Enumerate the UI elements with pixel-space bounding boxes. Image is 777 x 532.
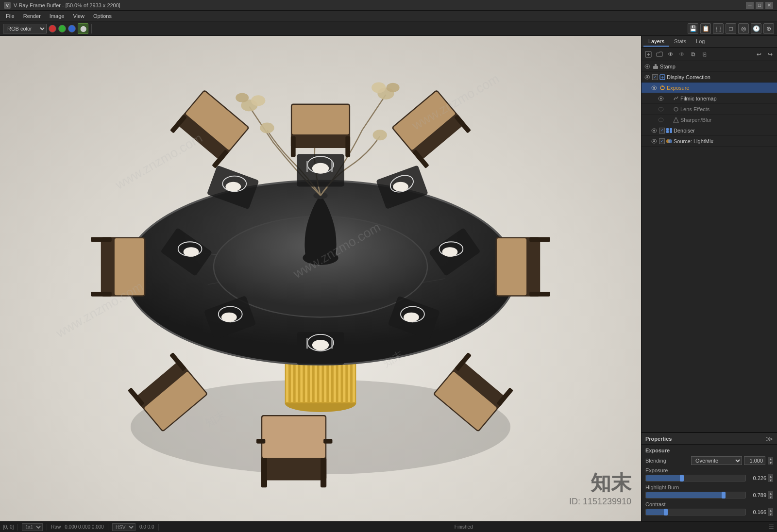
svg-rect-66 [292,105,349,134]
exposure-spin[interactable]: ▲ ▼ [768,474,773,482]
copy-button[interactable]: ⧉ [688,50,698,59]
layer-exposure-label: Exposure [667,85,775,91]
render-button[interactable]: ◎ [738,23,749,34]
layer-lens[interactable]: Lens Effects [642,104,777,115]
highlight-up[interactable]: ▲ [768,491,773,495]
channel-select[interactable]: RGB color Alpha Luminance [3,24,47,33]
properties-content: Exposure Blending Overwrite Add Multiply… [642,445,777,521]
save-annotated-button[interactable]: 📋 [700,23,711,34]
toolbar-separator [91,24,92,33]
layer-vis-sharpen[interactable] [657,116,665,124]
color-mode-select[interactable]: HSV RGB Lab [112,523,135,531]
blending-spinbox[interactable]: ▲ ▼ [768,457,773,465]
layer-vis-stamp[interactable] [643,63,651,70]
denoiser-checkbox[interactable]: ✓ [659,128,665,133]
layer-exposure[interactable]: Exposure [642,83,777,93]
exposure-down[interactable]: ▼ [768,478,773,482]
history-button[interactable]: 🕐 [751,23,761,34]
svg-point-118 [653,87,655,89]
undo-button[interactable]: ↩ [754,50,764,59]
svg-rect-68 [345,136,350,157]
svg-point-129 [653,130,655,132]
layer-vis-filmic[interactable] [657,95,665,102]
title-bar: V V-Ray Frame Buffer - [50.0% of 2933 x … [0,0,777,11]
layer-vis-lens[interactable] [657,105,665,113]
tab-layers[interactable]: Layers [643,37,669,47]
status-menu-icon[interactable]: ☰ [769,524,774,531]
layer-display-correction[interactable]: ✓ Display Correction [642,72,777,83]
layer-stamp[interactable]: Stamp [642,61,777,72]
layer-vis-lightmix[interactable] [650,137,658,145]
add-layer-button[interactable] [643,50,653,59]
denoiser-icon [666,127,673,134]
layer-lightmix[interactable]: ✓ Source: LightMix [642,136,777,147]
highlight-thumb[interactable] [722,492,726,499]
svg-point-53 [312,340,329,350]
folder-button[interactable] [655,50,664,59]
tab-log[interactable]: Log [691,37,709,47]
exposure-label: Exposure [645,467,689,473]
svg-rect-132 [666,131,669,133]
logo-chinese: 知末 [569,469,631,497]
menu-render[interactable]: Render [19,12,45,20]
layer-vis-exposure[interactable] [650,84,658,92]
sample-select[interactable]: 1s1 4s1 [22,523,43,531]
color-picker-button[interactable]: ⬤ [78,23,88,34]
red-channel-button[interactable] [49,25,56,33]
eye-off-button[interactable]: 👁 [677,50,687,59]
contrast-spin[interactable]: ▲ ▼ [768,508,773,516]
status-sep-1 [17,524,18,531]
panel-tabs: Layers Stats Log [642,36,777,48]
highlight-slider-row: 0.789 ▲ ▼ [645,491,773,499]
contrast-label: Contrast [645,501,689,507]
blending-value[interactable] [744,456,765,465]
highlight-down[interactable]: ▼ [768,495,773,499]
eye-button[interactable]: 👁 [666,50,676,59]
minimize-button[interactable]: ─ [746,2,754,9]
tab-stats[interactable]: Stats [669,37,691,47]
redo-button[interactable]: ↪ [765,50,775,59]
contrast-slider-row: 0.166 ▲ ▼ [645,508,773,516]
green-channel-button[interactable] [58,25,66,33]
contrast-thumb[interactable] [664,509,668,515]
clear-button[interactable]: □ [726,23,736,34]
contrast-down[interactable]: ▼ [768,512,773,516]
menu-image[interactable]: Image [46,12,68,20]
properties-expand-button[interactable]: ≫ [766,435,773,443]
layer-vis-dc[interactable] [643,73,651,81]
highlight-slider[interactable] [645,492,746,499]
svg-rect-41 [331,161,333,172]
paste-button[interactable]: ⎘ [699,50,709,59]
sharpen-icon [673,116,679,123]
menu-view[interactable]: View [69,12,88,20]
exposure-thumb[interactable] [680,475,684,482]
contrast-slider[interactable] [645,509,746,515]
app-icon: V [4,2,11,9]
svg-point-28 [236,93,249,102]
display-correction-checkbox[interactable]: ✓ [652,74,658,80]
maximize-button[interactable]: □ [756,2,763,9]
blending-up-button[interactable]: ▲ [768,457,773,461]
contrast-up[interactable]: ▲ [768,508,773,512]
viewport[interactable]: www.znzmo.com www.znzmo.com www.znzmo.co… [0,36,641,521]
close-button[interactable]: ✕ [765,2,773,9]
save-button[interactable]: 💾 [688,23,698,34]
layer-lens-label: Lens Effects [680,106,775,112]
blue-channel-button[interactable] [68,25,76,33]
menu-options[interactable]: Options [89,12,116,20]
layer-sharpen[interactable]: Sharpen/Blur [642,115,777,125]
highlight-spin[interactable]: ▲ ▼ [768,491,773,499]
region-render-button[interactable]: ⬚ [713,23,724,34]
layer-vis-denoiser[interactable] [650,127,658,134]
exposure-up[interactable]: ▲ [768,474,773,478]
lightmix-checkbox[interactable]: ✓ [659,138,665,144]
layer-denoiser[interactable]: ✓ Denoiser [642,125,777,136]
lens-button[interactable]: ⊕ [763,23,774,34]
title-bar-controls[interactable]: ─ □ ✕ [746,2,773,9]
svg-rect-93 [91,237,112,242]
exposure-slider[interactable] [645,475,746,482]
blending-dropdown[interactable]: Overwrite Add Multiply [691,456,742,465]
layer-filmic[interactable]: Filmic tonemap [642,93,777,104]
menu-file[interactable]: File [2,12,18,20]
blending-down-button[interactable]: ▼ [768,461,773,465]
